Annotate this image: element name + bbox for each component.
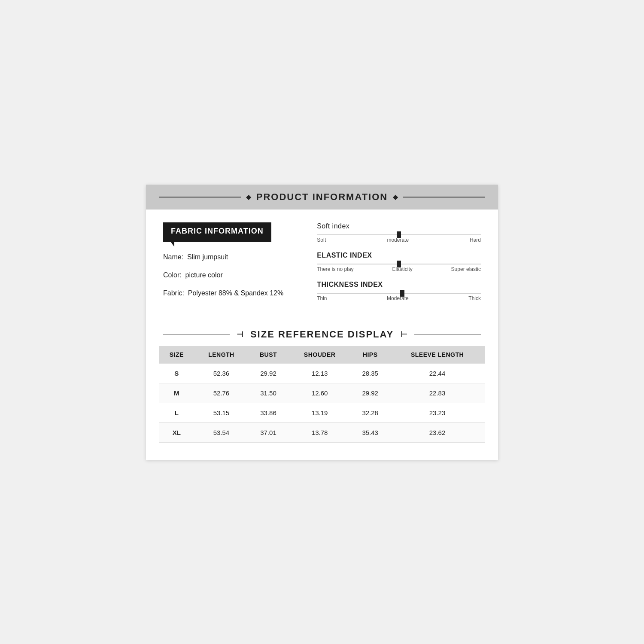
size-cell: XL — [159, 422, 194, 442]
col-bust: BUST — [248, 346, 289, 364]
col-size: SIZE — [159, 346, 194, 364]
color-label: Color: — [163, 271, 182, 279]
measurement-cell: 53.15 — [194, 403, 248, 422]
header-line-right — [403, 197, 485, 197]
col-sleeve-length: SLEEVE LENGTH — [389, 346, 485, 364]
elastic-index-title: ELASTIC INDEX — [317, 252, 481, 259]
thickness-label-right: Thick — [468, 295, 481, 301]
measurement-cell: 52.36 — [194, 363, 248, 383]
diamond-right-icon: ◆ — [393, 193, 398, 201]
divider-line-left — [163, 334, 230, 335]
main-content: FABRIC INFORMATION Name: Slim jumpsuit C… — [146, 210, 498, 319]
name-label: Name: — [163, 253, 183, 261]
right-panel: Soft index Soft moderate Hard ELASTIC IN… — [317, 222, 481, 310]
table-row: XL53.5437.0113.7835.4323.62 — [159, 422, 485, 442]
size-cell: S — [159, 363, 194, 383]
elastic-indicator — [397, 261, 401, 267]
color-value: picture color — [185, 271, 223, 279]
thickness-index-slider — [317, 293, 481, 294]
soft-index-title: Soft index — [317, 222, 481, 230]
measurement-cell: 29.92 — [248, 363, 289, 383]
elastic-label-right: Super elastic — [451, 266, 481, 272]
measurement-cell: 22.44 — [389, 363, 485, 383]
elastic-index-block: ELASTIC INDEX There is no play Elasticit… — [317, 252, 481, 272]
measurement-cell: 31.50 — [248, 383, 289, 403]
measurement-cell: 13.78 — [289, 422, 351, 442]
divider-line-right — [414, 334, 481, 335]
elastic-label-left: There is no play — [317, 266, 353, 272]
table-row: L53.1533.8613.1932.2823.23 — [159, 403, 485, 422]
col-hips: HIPS — [351, 346, 389, 364]
measurement-cell: 35.43 — [351, 422, 389, 442]
col-length: LENGTH — [194, 346, 248, 364]
table-header-row: SIZE LENGTH BUST SHOUDER HIPS SLEEVE LEN… — [159, 346, 485, 364]
soft-label-right: Hard — [470, 237, 481, 243]
soft-indicator — [397, 231, 401, 238]
divider-tick-left: ⊣ — [237, 330, 243, 339]
soft-track — [317, 234, 481, 235]
measurement-cell: 32.28 — [351, 403, 389, 422]
measurement-cell: 22.83 — [389, 383, 485, 403]
fabric-name: Name: Slim jumpsuit — [163, 252, 300, 262]
size-section-divider: ⊣ SIZE REFERENCE DISPLAY ⊢ — [146, 323, 498, 346]
measurement-cell: 37.01 — [248, 422, 289, 442]
product-header: ◆ PRODUCT INFORMATION ◆ — [146, 185, 498, 210]
product-card: ◆ PRODUCT INFORMATION ◆ FABRIC INFORMATI… — [146, 185, 498, 460]
product-title: PRODUCT INFORMATION — [256, 191, 388, 203]
left-panel: FABRIC INFORMATION Name: Slim jumpsuit C… — [163, 222, 300, 310]
measurement-cell: 23.23 — [389, 403, 485, 422]
size-cell: L — [159, 403, 194, 422]
fabric-label: Fabric: — [163, 289, 184, 297]
soft-index-block: Soft index Soft moderate Hard — [317, 222, 481, 243]
fabric-value: Polyester 88% & Spandex 12% — [188, 289, 283, 297]
table-row: S52.3629.9212.1328.3522.44 — [159, 363, 485, 383]
measurement-cell: 13.19 — [289, 403, 351, 422]
soft-index-slider — [317, 234, 481, 235]
size-cell: M — [159, 383, 194, 403]
soft-label-left: Soft — [317, 237, 326, 243]
fabric-material: Fabric: Polyester 88% & Spandex 12% — [163, 288, 300, 298]
divider-tick-right: ⊢ — [401, 330, 407, 339]
elastic-track — [317, 264, 481, 264]
thickness-labels: Thin Moderate Thick — [317, 295, 481, 301]
elastic-index-slider — [317, 264, 481, 264]
thickness-index-title: THICKNESS INDEX — [317, 281, 481, 289]
measurement-cell: 53.54 — [194, 422, 248, 442]
measurement-cell: 28.35 — [351, 363, 389, 383]
thickness-label-mid: Moderate — [387, 295, 409, 301]
measurement-cell: 33.86 — [248, 403, 289, 422]
elastic-label-mid: Elasticity — [392, 266, 412, 272]
fabric-color: Color: picture color — [163, 270, 300, 280]
col-shouder: SHOUDER — [289, 346, 351, 364]
measurement-cell: 23.62 — [389, 422, 485, 442]
fabric-badge: FABRIC INFORMATION — [163, 222, 271, 242]
thickness-track — [317, 293, 481, 294]
table-row: M52.7631.5012.6029.9222.83 — [159, 383, 485, 403]
diamond-left-icon: ◆ — [246, 193, 251, 201]
size-section-title: SIZE REFERENCE DISPLAY — [250, 329, 394, 340]
measurement-cell: 29.92 — [351, 383, 389, 403]
thickness-index-block: THICKNESS INDEX Thin Moderate Thick — [317, 281, 481, 301]
name-value: Slim jumpsuit — [187, 253, 228, 261]
size-table: SIZE LENGTH BUST SHOUDER HIPS SLEEVE LEN… — [159, 346, 485, 443]
thickness-label-left: Thin — [317, 295, 327, 301]
size-table-wrapper: SIZE LENGTH BUST SHOUDER HIPS SLEEVE LEN… — [146, 346, 498, 443]
header-line-left — [159, 197, 241, 197]
measurement-cell: 12.13 — [289, 363, 351, 383]
measurement-cell: 12.60 — [289, 383, 351, 403]
measurement-cell: 52.76 — [194, 383, 248, 403]
thickness-indicator — [400, 290, 404, 297]
